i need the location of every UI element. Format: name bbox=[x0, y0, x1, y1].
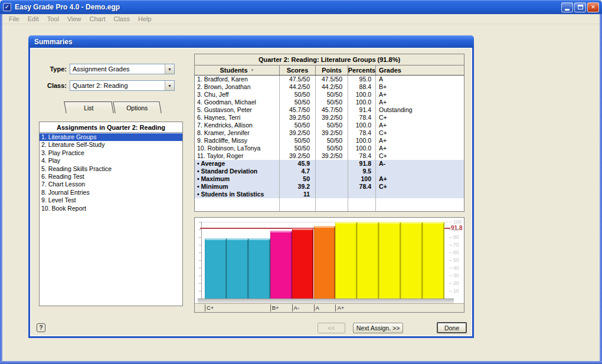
list-item[interactable]: 9. Level Test bbox=[40, 196, 182, 204]
app-window: ✓ Easy Grade Pro 4.0 - Demo.egp ✕ File E… bbox=[0, 0, 602, 364]
dialog-title: Summaries bbox=[34, 38, 73, 46]
table-row[interactable]: 6. Haynes, Terri 39.2/50 39.2/50 78.4 C+ bbox=[195, 114, 464, 122]
help-button[interactable]: ? bbox=[37, 323, 45, 332]
chart-bar bbox=[379, 222, 401, 299]
column-header-grades[interactable]: Grades bbox=[376, 65, 464, 75]
table-header-row: Students ▼ Scores Points Percents Grades bbox=[195, 65, 464, 76]
chevron-down-icon[interactable]: ▼ bbox=[165, 81, 174, 90]
table-row[interactable]: 9. Radcliffe, Missy 50/50 50/50 100.0 A+ bbox=[195, 137, 464, 145]
list-item[interactable]: 10. Book Report bbox=[40, 205, 182, 212]
close-button[interactable]: ✕ bbox=[587, 2, 599, 12]
chevron-down-icon[interactable]: ▼ bbox=[165, 64, 174, 74]
table-row[interactable]: 4. Goodman, Michael 50/50 50/50 100.0 A+ bbox=[195, 99, 464, 106]
table-row[interactable]: 11. Taylor, Roger 39.2/50 39.2/50 78.4 C… bbox=[195, 152, 464, 160]
y-axis-tick bbox=[199, 229, 201, 230]
chart-base-platform bbox=[198, 299, 454, 303]
sort-dropdown-icon[interactable]: ▼ bbox=[251, 68, 254, 72]
y-axis-tick bbox=[199, 291, 201, 291]
y-axis-tick-label: 100 bbox=[449, 219, 462, 225]
list-item[interactable]: 8. Journal Entries bbox=[40, 189, 182, 196]
x-axis-grade-label: A- bbox=[292, 304, 300, 311]
y-axis-tick-label: 10 bbox=[449, 288, 459, 294]
window-border-right bbox=[600, 14, 602, 364]
table-row[interactable]: 5. Gustavson, Peter 45.7/50 45.7/50 91.4… bbox=[195, 106, 464, 114]
menu-item[interactable]: View bbox=[63, 15, 86, 22]
table-row[interactable]: 8. Kramer, Jennifer 39.2/50 39.2/50 78.4… bbox=[195, 129, 464, 137]
table-row[interactable]: 10. Robinson, LaTonya 50/50 50/50 100.0 … bbox=[195, 145, 464, 152]
chart-bar bbox=[357, 222, 379, 299]
grade-chart: 91.8 C+B+A-AA+ 100908070605040302010 bbox=[194, 217, 464, 313]
y-axis-tick-label: 90 bbox=[449, 227, 459, 232]
x-axis-grade-label: C+ bbox=[205, 304, 214, 311]
y-axis-tick bbox=[199, 252, 201, 253]
y-axis-tick bbox=[199, 276, 201, 276]
y-axis-tick-label: 50 bbox=[449, 257, 459, 263]
assignments-items: 1. Literature Groups 2. Literature Self-… bbox=[40, 133, 182, 212]
column-header-points[interactable]: Points bbox=[316, 65, 348, 75]
list-item[interactable]: 1. Literature Groups bbox=[40, 133, 182, 141]
y-axis-tick bbox=[199, 268, 201, 268]
minimize-icon bbox=[565, 9, 570, 11]
dialog-body: Type: Assignment Grades ▼ Class: Quarter… bbox=[28, 48, 474, 338]
chart-x-axis: C+B+A-AA+ bbox=[195, 303, 464, 312]
x-axis-grade-label: A+ bbox=[335, 304, 344, 311]
app-icon: ✓ bbox=[3, 3, 11, 11]
maximize-icon bbox=[578, 5, 583, 9]
table-filler bbox=[195, 198, 464, 211]
stats-row: • Average 45.9 91.8 A- bbox=[195, 160, 464, 168]
menu-bar: File Edit Tool View Chart Class Help bbox=[2, 14, 600, 24]
maximize-button[interactable] bbox=[574, 2, 586, 12]
minimize-button[interactable] bbox=[561, 2, 573, 12]
window-titlebar: ✓ Easy Grade Pro 4.0 - Demo.egp ✕ bbox=[0, 0, 602, 14]
next-assignment-button[interactable]: Next Assign. >> bbox=[353, 323, 403, 333]
done-button[interactable]: Done bbox=[437, 322, 467, 333]
chart-bar bbox=[248, 238, 270, 299]
dialog-titlebar: Summaries bbox=[28, 35, 474, 48]
type-dropdown[interactable]: Assignment Grades ▼ bbox=[70, 64, 175, 74]
menu-item[interactable]: Tool bbox=[43, 15, 63, 22]
list-item[interactable]: 2. Literature Self-Study bbox=[40, 141, 182, 149]
table-body: 1. Bradford, Karen 47.5/50 47.5/50 95.0 … bbox=[195, 76, 464, 198]
y-axis-tick bbox=[199, 245, 201, 245]
table-row[interactable]: 2. Brown, Jonathan 44.2/50 44.2/50 88.4 … bbox=[195, 83, 464, 91]
list-item[interactable]: 7. Chart Lesson bbox=[40, 181, 182, 188]
class-dropdown-value: Quarter 2: Reading bbox=[70, 82, 165, 89]
menu-item[interactable]: Help bbox=[134, 15, 156, 22]
list-item[interactable]: 4. Play bbox=[40, 157, 182, 165]
chart-bar bbox=[314, 226, 336, 299]
table-row[interactable]: 3. Chu, Jeff 50/50 50/50 100.0 A+ bbox=[195, 91, 464, 99]
window-border-bottom bbox=[0, 361, 602, 364]
type-dropdown-value: Assignment Grades bbox=[70, 65, 165, 73]
tab-list[interactable]: List bbox=[64, 101, 114, 113]
stats-row: • Students in Statistics 11 bbox=[195, 191, 464, 198]
stats-row: • Maximum 50 100 A+ bbox=[195, 175, 464, 183]
y-axis-tick bbox=[199, 283, 201, 284]
prev-assignment-button[interactable]: << bbox=[318, 323, 345, 333]
tab-options[interactable]: Options bbox=[113, 101, 162, 113]
stats-row: • Standard Deviation 4.7 9.5 bbox=[195, 168, 464, 175]
menu-item[interactable]: Edit bbox=[24, 15, 43, 22]
close-icon: ✕ bbox=[591, 4, 596, 10]
list-item[interactable]: 3. Play Practice bbox=[40, 149, 182, 157]
y-axis-tick bbox=[199, 260, 201, 261]
assignments-listbox: Assignments in Quarter 2: Reading 1. Lit… bbox=[39, 122, 183, 306]
chart-plot-area bbox=[201, 222, 448, 299]
column-header-scores[interactable]: Scores bbox=[280, 65, 316, 75]
list-item[interactable]: 6. Reading Test bbox=[40, 173, 182, 181]
list-item[interactable]: 5. Reading Skills Practice bbox=[40, 165, 182, 173]
menu-item[interactable]: Class bbox=[109, 15, 134, 22]
assignments-header: Assignments in Quarter 2: Reading bbox=[40, 122, 182, 133]
chart-bar bbox=[335, 222, 357, 299]
y-axis-tick-label: 20 bbox=[449, 280, 459, 286]
column-header-students[interactable]: Students ▼ bbox=[195, 65, 280, 75]
x-axis-grade-label: B+ bbox=[270, 304, 279, 311]
table-row[interactable]: 7. Kendricks, Allison 50/50 50/50 100.0 … bbox=[195, 122, 464, 129]
column-header-percents[interactable]: Percents bbox=[348, 65, 376, 75]
chart-bar bbox=[292, 228, 314, 299]
menu-item[interactable]: File bbox=[5, 15, 24, 22]
y-axis-tick-label: 70 bbox=[449, 242, 459, 248]
y-axis-tick-label: 40 bbox=[449, 265, 459, 271]
class-dropdown[interactable]: Quarter 2: Reading ▼ bbox=[70, 80, 175, 91]
menu-item[interactable]: Chart bbox=[86, 15, 110, 22]
table-row[interactable]: 1. Bradford, Karen 47.5/50 47.5/50 95.0 … bbox=[195, 76, 464, 83]
